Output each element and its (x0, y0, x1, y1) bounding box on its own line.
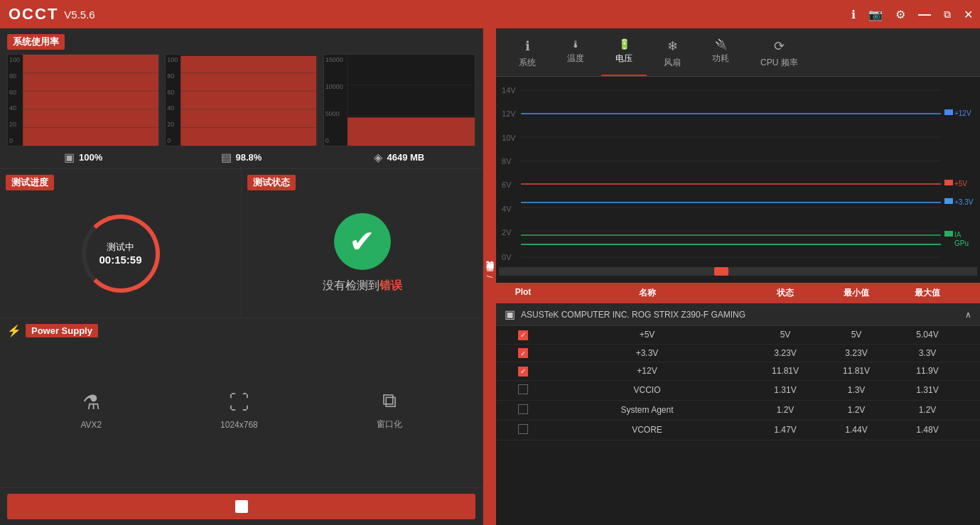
stop-icon (235, 500, 248, 513)
svg-text:8V: 8V (502, 157, 512, 166)
table-body[interactable]: ▣ ASUSTeK COMPUTER INC. ROG STRIX Z390-F… (496, 303, 980, 525)
test-status-section: 测试状态 ✔ 没有检测到错误 (242, 169, 483, 318)
system-tab-label: 系统 (519, 57, 536, 69)
system-usage-header: 系统使用率 (7, 34, 475, 50)
ps-resolution[interactable]: ⛶ 1024x768 (220, 391, 258, 430)
left-panel: 系统使用率 100 80 60 40 20 0 (0, 28, 483, 525)
row-name-5: System Agent (544, 405, 750, 415)
table-row: +12V 11.81V 11.81V 11.9V (496, 362, 980, 381)
group-name: ASUSTeK COMPUTER INC. ROG STRIX Z390-F G… (521, 310, 745, 320)
progress-timer: 00:15:59 (99, 254, 141, 266)
tab-system[interactable]: ℹ 系统 (505, 34, 550, 76)
checkbox-6[interactable] (518, 424, 528, 434)
minimize-button[interactable]: — (918, 7, 931, 22)
restore-button[interactable]: ⧉ (944, 9, 951, 21)
svg-text:0V: 0V (502, 253, 512, 261)
camera-button[interactable]: 📷 (868, 8, 883, 21)
row-plot-3[interactable] (502, 366, 544, 377)
cpu-icon: ▣ (64, 151, 75, 164)
voltage-chart: 14V 12V 10V 8V 6V 4V 2V 0V (496, 82, 980, 267)
table-row: +3.3V 3.23V 3.23V 3.3V (496, 345, 980, 363)
temp-tab-icon: 🌡 (571, 38, 581, 50)
checkbox-5[interactable] (518, 404, 528, 414)
row-min-2: 3.23V (821, 348, 892, 358)
checkbox-2[interactable] (518, 348, 528, 358)
checkmark-icon: ✔ (349, 226, 375, 257)
ram-stat: ▤ 98.8% (165, 151, 317, 164)
power-tab-icon: 🔌 (715, 38, 727, 50)
table-header: Plot 名称 状态 最小值 最大值 (496, 283, 980, 303)
chart-scrollbar[interactable] (499, 267, 977, 276)
ram-chart: 100 80 60 40 20 0 (165, 54, 317, 146)
status-text: 没有检测到错误 (323, 278, 402, 293)
version-label: V5.5.6 (64, 9, 95, 21)
svg-text:GPu: GPu (954, 239, 969, 247)
status-message-highlight: 错误 (379, 279, 402, 291)
vram-stat: ◈ 4649 MB (323, 151, 475, 164)
ps-avx2[interactable]: ⚗ AVX2 (80, 391, 102, 430)
svg-text:+3.3V: +3.3V (954, 198, 974, 206)
voltage-tab-label: 电压 (615, 53, 632, 65)
voltage-tab-icon: 🔋 (618, 38, 630, 50)
row-max-6: 1.48V (892, 425, 963, 435)
row-min-6: 1.44V (821, 425, 892, 435)
row-plot-4[interactable] (502, 384, 544, 396)
info-button[interactable]: ℹ (851, 8, 856, 21)
test-progress-title: 测试进度 (6, 175, 54, 190)
row-max-5: 1.2V (892, 405, 963, 415)
checkbox-4[interactable] (518, 384, 528, 394)
stop-button[interactable] (7, 494, 475, 519)
scroll-thumb[interactable] (714, 267, 728, 276)
close-button[interactable]: ✕ (964, 8, 973, 21)
table-group-header: ▣ ASUSTeK COMPUTER INC. ROG STRIX Z390-F… (496, 303, 980, 326)
checkbox-3[interactable] (518, 367, 528, 377)
row-status-2: 3.23V (750, 348, 821, 358)
data-table: Plot 名称 状态 最小值 最大值 ▣ ASUSTeK COMPUTER IN… (496, 283, 980, 525)
tab-voltage[interactable]: 🔋 电压 (601, 34, 647, 76)
row-plot-6[interactable] (502, 424, 544, 436)
svg-text:+5V: +5V (954, 180, 967, 188)
row-plot-5[interactable] (502, 404, 544, 416)
col-min: 最小值 (821, 287, 892, 299)
tab-cpu-freq[interactable]: ⟳ CPU 频率 (746, 34, 812, 76)
window-controls: ℹ 📷 ⚙ — ⧉ ✕ (851, 0, 973, 28)
vram-value: 4649 MB (387, 152, 424, 163)
col-status: 状态 (750, 287, 821, 299)
svg-text:6V: 6V (502, 180, 512, 189)
settings-button[interactable]: ⚙ (895, 8, 905, 21)
tab-fan[interactable]: ❄ 风扇 (650, 34, 695, 76)
cpu-stat: ▣ 100% (7, 151, 159, 164)
cpu-chart-svg (8, 55, 158, 146)
ram-icon: ▤ (221, 151, 232, 164)
resolution-label: 1024x768 (220, 420, 258, 430)
table-row: VCCIO 1.31V 1.3V 1.31V (496, 381, 980, 401)
vram-icon: ◈ (374, 151, 382, 164)
row-max-2: 3.3V (892, 348, 963, 358)
ps-window[interactable]: ⧉ 窗口化 (377, 389, 402, 431)
test-status-header: 测试状态 (247, 175, 477, 190)
row-plot-1[interactable] (502, 330, 544, 340)
checkbox-1[interactable] (518, 330, 528, 340)
charts-row: 100 80 60 40 20 0 (7, 54, 475, 146)
progress-circle-wrapper: 测试中 00:15:59 (6, 195, 235, 312)
group-collapse-icon[interactable]: ∧ (965, 310, 971, 320)
row-name-2: +3.3V (544, 348, 750, 358)
table-row: +5V 5V 5V 5.04V (496, 326, 980, 345)
tab-temp[interactable]: 🌡 温度 (553, 34, 598, 76)
row-plot-2[interactable] (502, 348, 544, 359)
row-status-6: 1.47V (750, 425, 821, 435)
col-name: 名称 (544, 287, 750, 299)
svg-rect-16 (348, 117, 475, 146)
svg-rect-41 (944, 109, 953, 115)
titlebar: OCCT V5.5.6 ℹ 📷 ⚙ — ⧉ ✕ (0, 0, 980, 28)
chart-area: 14V 12V 10V 8V 6V 4V 2V 0V (496, 77, 980, 283)
resolution-icon: ⛶ (229, 391, 249, 414)
right-panel: ℹ 系统 🌡 温度 🔋 电压 ❄ 风扇 🔌 功耗 ⟳ CPU 频率 (496, 28, 980, 525)
tab-power[interactable]: 🔌 功耗 (698, 34, 743, 76)
middle-area: 测试进度 测试中 00:15:59 测试状态 ✔ (0, 168, 483, 318)
system-tab-icon: ℹ (525, 38, 530, 54)
progress-status: 测试中 (107, 241, 134, 254)
row-status-3: 11.81V (750, 366, 821, 376)
sidebar-toggle[interactable]: 图像/统计控制板 (483, 28, 496, 525)
logo-text: OCCT (9, 5, 58, 23)
